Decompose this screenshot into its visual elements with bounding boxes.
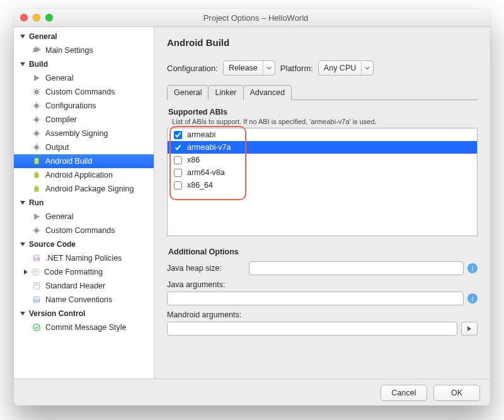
abi-row-armeabi-v7a[interactable]: armeabi-v7a xyxy=(168,141,477,154)
sidebar-item-assembly-signing[interactable]: Assembly Signing xyxy=(14,127,154,140)
svg-text:IFoo: IFoo xyxy=(33,298,40,302)
dialog-footer: Cancel OK xyxy=(14,378,490,406)
svg-rect-46 xyxy=(34,283,40,290)
sidebar-group-toggle[interactable]: General xyxy=(14,30,154,43)
run-arguments-button[interactable] xyxy=(461,322,478,336)
sidebar-group-build: Build General Custom Commands Configurat… xyxy=(14,57,154,196)
sidebar-group-label: General xyxy=(29,32,57,41)
sidebar-group-toggle[interactable]: Build xyxy=(14,57,154,71)
abi-row-x86-64[interactable]: x86_64 xyxy=(168,179,477,191)
sidebar-item-custom-commands[interactable]: Custom Commands xyxy=(14,85,154,99)
svg-point-14 xyxy=(35,118,39,122)
section-supported-abis-label: Supported ABIs xyxy=(168,108,478,116)
check-circle-icon xyxy=(32,322,42,332)
platform-label: Platform: xyxy=(280,64,313,73)
tab-linker[interactable]: Linker xyxy=(208,85,243,100)
sidebar-group-toggle[interactable]: Run xyxy=(14,196,154,210)
dropdown-value: Release xyxy=(224,64,263,72)
sidebar-item-label: General xyxy=(45,212,73,221)
sidebar-group-label: Run xyxy=(29,198,43,207)
svg-line-8 xyxy=(38,89,39,90)
tab-label: Advanced xyxy=(250,88,285,97)
abis-list[interactable]: armeabi armeabi-v7a x86 arm64-v8a xyxy=(167,128,478,236)
abi-checkbox[interactable] xyxy=(174,156,182,164)
abi-row-x86[interactable]: x86 xyxy=(168,154,477,166)
mandroid-arguments-input[interactable] xyxy=(167,322,457,336)
tab-general[interactable]: General xyxy=(167,85,209,100)
java-args-label-row: Java arguments: xyxy=(167,280,478,289)
sidebar-item-label: Output xyxy=(45,143,69,152)
sidebar-item-build-general[interactable]: General xyxy=(14,71,154,85)
java-args-row: i xyxy=(167,292,478,305)
svg-point-35 xyxy=(35,229,39,233)
gear-icon xyxy=(32,45,42,55)
info-icon[interactable]: i xyxy=(467,293,478,304)
disclosure-triangle-icon xyxy=(20,201,25,205)
button-label: Cancel xyxy=(392,389,416,397)
abi-row-armeabi[interactable]: armeabi xyxy=(168,128,477,141)
gear-icon xyxy=(32,101,42,111)
configuration-dropdown[interactable]: Release xyxy=(223,60,275,76)
mandroid-label-row: Mandroid arguments: xyxy=(167,310,478,319)
sidebar-item-label: Assembly Signing xyxy=(45,129,108,138)
sidebar-group-label: Build xyxy=(29,60,48,69)
java-arguments-label: Java arguments: xyxy=(167,280,225,289)
sidebar: General Main Settings Build General xyxy=(14,27,154,378)
svg-point-24 xyxy=(35,145,39,150)
info-icon[interactable]: i xyxy=(467,263,478,273)
sidebar-item-android-build[interactable]: Android Build xyxy=(14,154,154,168)
section-additional-options-label: Additional Options xyxy=(168,247,478,256)
button-label: OK xyxy=(451,389,462,397)
sidebar-item-run-general[interactable]: General xyxy=(14,210,154,224)
abi-row-arm64-v8a[interactable]: arm64-v8a xyxy=(168,166,477,179)
play-icon xyxy=(32,212,42,222)
doc-icon xyxy=(30,267,40,277)
java-heap-row: Java heap size: i xyxy=(167,261,478,275)
gear-icon xyxy=(32,115,42,125)
java-heap-input[interactable] xyxy=(249,261,464,275)
platform-dropdown[interactable]: Any CPU xyxy=(318,60,374,76)
abi-checkbox[interactable] xyxy=(174,181,182,190)
tab-label: General xyxy=(174,88,202,97)
android-icon xyxy=(32,156,42,166)
sidebar-item-label: Custom Commands xyxy=(45,88,115,96)
sidebar-item-code-formatting[interactable]: Code Formatting xyxy=(14,265,154,279)
ok-button[interactable]: OK xyxy=(433,385,480,401)
sidebar-item-label: Code Formatting xyxy=(44,268,103,276)
sidebar-item-standard-header[interactable]: Standard Header xyxy=(14,279,154,293)
gear-icon xyxy=(32,142,42,152)
sidebar-item-compiler[interactable]: Compiler xyxy=(14,113,154,127)
sidebar-item-android-application[interactable]: Android Application xyxy=(14,168,154,182)
sidebar-item-run-custom-commands[interactable]: Custom Commands xyxy=(14,224,154,237)
android-icon xyxy=(32,170,42,180)
gear-icon xyxy=(32,87,42,97)
chevron-down-icon xyxy=(263,61,275,75)
sidebar-group-toggle[interactable]: Version Control xyxy=(14,307,154,321)
svg-line-5 xyxy=(34,89,35,90)
sidebar-item-main-settings[interactable]: Main Settings xyxy=(14,43,154,57)
cancel-button[interactable]: Cancel xyxy=(381,385,427,401)
sidebar-group-source-code: Source Code A.B .NET Naming Policies Cod… xyxy=(14,237,154,307)
sidebar-item-output[interactable]: Output xyxy=(14,140,154,154)
abi-checkbox[interactable] xyxy=(174,144,182,152)
sidebar-group-toggle[interactable]: Source Code xyxy=(14,237,154,251)
sidebar-item-android-package-signing[interactable]: Android Package Signing xyxy=(14,182,154,196)
svg-point-0 xyxy=(35,90,39,94)
sidebar-item-configurations[interactable]: Configurations xyxy=(14,99,154,113)
sidebar-item-name-conventions[interactable]: IFoo Name Conventions xyxy=(14,293,154,307)
svg-point-9 xyxy=(35,104,39,108)
sidebar-item-commit-message-style[interactable]: Commit Message Style xyxy=(14,321,154,334)
svg-point-32 xyxy=(37,173,38,173)
disclosure-triangle-icon[interactable] xyxy=(24,270,28,275)
tab-advanced[interactable]: Advanced xyxy=(243,85,292,100)
gear-icon xyxy=(32,128,42,139)
sidebar-item-net-naming[interactable]: A.B .NET Naming Policies xyxy=(14,251,154,265)
sidebar-item-label: Standard Header xyxy=(45,281,105,290)
java-arguments-input[interactable] xyxy=(167,292,464,305)
doc-icon: A.B xyxy=(32,253,42,263)
sidebar-item-label: Main Settings xyxy=(45,46,93,55)
abi-checkbox[interactable] xyxy=(174,169,182,177)
sidebar-group-label: Source Code xyxy=(29,240,76,249)
sidebar-group-version-control: Version Control Commit Message Style xyxy=(14,307,154,334)
abi-checkbox[interactable] xyxy=(174,131,182,139)
